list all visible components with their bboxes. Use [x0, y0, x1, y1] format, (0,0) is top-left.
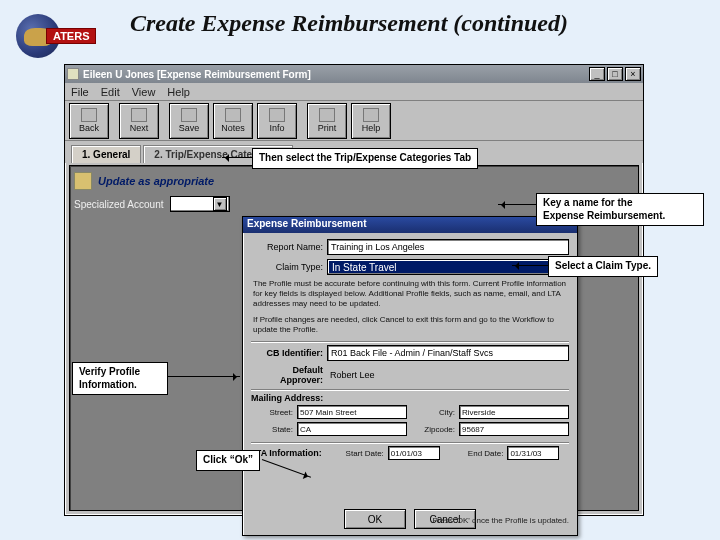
arrow-select-tab [222, 157, 252, 158]
mailing-address-label: Mailing Address: [251, 393, 569, 403]
lta-info-label: LTA Information: [251, 448, 322, 458]
maximize-button[interactable]: □ [607, 67, 623, 81]
tab-general[interactable]: 1. General [71, 145, 141, 163]
report-name-input[interactable]: Training in Los Angeles [327, 239, 569, 255]
window-title: Eileen U Jones [Expense Reimbursement Fo… [83, 69, 311, 80]
cb-identifier-label: CB Identifier: [251, 348, 323, 358]
menu-view[interactable]: View [132, 86, 156, 98]
toolbar-info[interactable]: Info [257, 103, 297, 139]
callout-select-tab: Then select the Trip/Expense Categories … [252, 148, 478, 169]
claim-type-dropdown[interactable]: In State Travel▼ [327, 259, 569, 275]
wizard-icon [74, 172, 92, 190]
toolbar-next[interactable]: Next [119, 103, 159, 139]
menubar: File Edit View Help [65, 83, 643, 101]
app-window: Eileen U Jones [Expense Reimbursement Fo… [64, 64, 644, 516]
claim-type-label: Claim Type: [251, 262, 323, 272]
press-ok-note: Press 'OK' once the Profile is updated. [433, 516, 569, 525]
arrow-key-name [498, 204, 536, 205]
ok-button[interactable]: OK [344, 509, 406, 529]
profile-paragraph-1: The Profile must be accurate before cont… [253, 279, 567, 309]
start-date-input[interactable]: 01/01/03 [388, 446, 440, 460]
titlebar: Eileen U Jones [Expense Reimbursement Fo… [65, 65, 643, 83]
toolbar-notes[interactable]: Notes [213, 103, 253, 139]
state-input[interactable]: CA [297, 422, 407, 436]
street-input[interactable]: 507 Main Street [297, 405, 407, 419]
default-approver-value: Robert Lee [327, 367, 569, 383]
toolbar-print[interactable]: Print [307, 103, 347, 139]
zip-label: Zipcode: [413, 425, 455, 434]
toolbar-help[interactable]: Help [351, 103, 391, 139]
start-date-label: Start Date: [332, 449, 384, 458]
end-date-label: End Date: [453, 449, 503, 458]
app-icon [67, 68, 79, 80]
callout-key-name: Key a name for theExpense Reimbursement. [536, 193, 704, 226]
toolbar: Back Next Save Notes Info Print Help [65, 101, 643, 141]
callout-claim-type: Select a Claim Type. [548, 256, 658, 277]
profile-paragraph-2: If Profile changes are needed, click Can… [253, 315, 567, 335]
logo-tag: ATERS [46, 28, 96, 44]
city-input[interactable]: Riverside [459, 405, 569, 419]
end-date-input[interactable]: 01/31/03 [507, 446, 559, 460]
expense-reimbursement-dialog: Expense Reimbursement Report Name: Train… [242, 216, 578, 536]
specialized-account-dropdown[interactable]: ▼ [170, 196, 230, 212]
toolbar-back[interactable]: Back [69, 103, 109, 139]
zip-input[interactable]: 95687 [459, 422, 569, 436]
slide-title: Create Expense Reimbursement (continued) [130, 10, 700, 37]
dialog-title: Expense Reimbursement [243, 217, 577, 233]
city-label: City: [413, 408, 455, 417]
arrow-verify-profile [168, 376, 240, 377]
street-label: Street: [251, 408, 293, 417]
state-label: State: [251, 425, 293, 434]
close-button[interactable]: × [625, 67, 641, 81]
cb-identifier-value: R01 Back File - Admin / Finan/Staff Svcs [327, 345, 569, 361]
arrow-claim-type [512, 265, 548, 266]
report-name-label: Report Name: [251, 242, 323, 252]
callout-click-ok: Click “Ok” [196, 450, 260, 471]
minimize-button[interactable]: _ [589, 67, 605, 81]
menu-help[interactable]: Help [167, 86, 190, 98]
default-approver-label: Default Approver: [251, 365, 323, 385]
update-instruction: Update as appropriate [98, 175, 214, 187]
menu-file[interactable]: File [71, 86, 89, 98]
toolbar-save[interactable]: Save [169, 103, 209, 139]
callout-verify-profile: Verify ProfileInformation. [72, 362, 168, 395]
menu-edit[interactable]: Edit [101, 86, 120, 98]
calaters-logo: ATERS [16, 14, 88, 56]
specialized-account-label: Specialized Account [74, 199, 164, 210]
